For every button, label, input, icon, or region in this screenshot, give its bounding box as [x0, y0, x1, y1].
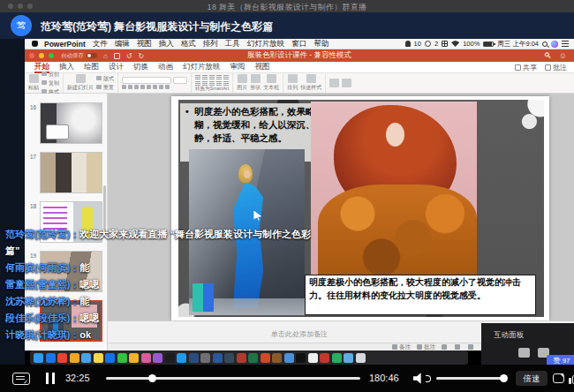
char-spacing-button[interactable] [153, 85, 157, 89]
dock-icon-charts[interactable] [129, 353, 139, 363]
dock-icon-chrome[interactable] [57, 353, 67, 363]
copy-button[interactable]: 复制 [42, 79, 59, 87]
font-name-select[interactable] [122, 77, 171, 84]
reset-button[interactable]: 重置 [96, 84, 114, 92]
volume-slider[interactable] [436, 377, 507, 380]
playlist-notes-icon[interactable] [12, 373, 30, 385]
paste-button[interactable]: 粘贴 [28, 74, 39, 92]
dock-icon-numbers[interactable] [117, 353, 127, 363]
font-size-select[interactable] [173, 77, 187, 84]
slide-caption-textbox[interactable]: 明度差极小的色彩搭配，较大程度的减小了视觉的冲击力。往往用材料的变化拉大明度的视… [305, 275, 536, 315]
dock-icon-app[interactable] [332, 353, 342, 363]
control-center-icon[interactable] [562, 41, 569, 47]
slide-sorter-icon[interactable] [455, 344, 460, 350]
menubar-item[interactable]: 工具 [225, 39, 240, 48]
apple-menu-icon[interactable] [32, 41, 38, 47]
dock-icon-music[interactable] [141, 353, 151, 363]
normal-view-icon[interactable] [442, 344, 447, 350]
progress-handle[interactable] [148, 374, 156, 382]
share-button[interactable]: 共享 [515, 63, 537, 72]
notification-bell-icon[interactable] [405, 41, 411, 47]
pause-button[interactable] [46, 373, 55, 384]
grid-icon[interactable] [442, 41, 448, 47]
menubar-item[interactable]: 插入 [159, 39, 174, 48]
ribbon-tab[interactable]: 插入 [59, 62, 74, 72]
ribbon-tab[interactable]: 切换 [133, 62, 148, 72]
menubar-item[interactable]: 视图 [137, 39, 152, 48]
cut-button[interactable]: 剪切 [42, 71, 59, 79]
dock-icon-trash[interactable] [356, 353, 366, 363]
sensitivity-button[interactable] [342, 79, 351, 87]
comments-button[interactable]: 批注 [545, 63, 567, 72]
dock-icon-mail[interactable] [237, 353, 246, 363]
volume-icon[interactable] [413, 373, 424, 384]
font-color-button[interactable] [159, 85, 163, 89]
dock-icon-preview[interactable] [344, 353, 353, 363]
ribbon-tab[interactable]: 审阅 [230, 62, 245, 72]
menubar-item[interactable]: 窗口 [291, 39, 306, 48]
playback-speed-button[interactable]: 倍速 [516, 371, 548, 386]
ribbon-tab[interactable]: 动画 [158, 62, 173, 72]
menubar-item[interactable]: 编辑 [115, 39, 130, 48]
strikethrough-button[interactable] [140, 85, 145, 89]
bullets-button[interactable] [195, 75, 200, 79]
underline-button[interactable] [134, 85, 139, 89]
bold-button[interactable] [122, 85, 126, 89]
people-icon[interactable] [425, 41, 431, 47]
dock-icon-app[interactable] [284, 353, 294, 363]
thumbs-up-icon[interactable] [569, 373, 574, 384]
italic-button[interactable] [128, 85, 132, 89]
volume-handle[interactable] [500, 374, 508, 382]
dock-icon-terminal[interactable] [224, 353, 234, 363]
dock-icon-camera[interactable] [200, 353, 210, 363]
insert-picture-button[interactable]: 图片 [237, 74, 247, 92]
dock-icon-excel[interactable] [248, 353, 258, 363]
insert-shape-button[interactable]: 形状 [250, 74, 261, 92]
dock-icon-finder[interactable] [34, 353, 43, 363]
indent-button[interactable] [209, 75, 215, 79]
dock-icon-notes[interactable] [94, 353, 103, 363]
dock-icon-keynote[interactable] [105, 353, 115, 363]
editor-button[interactable] [329, 79, 339, 87]
panel-tool-icon[interactable] [518, 348, 530, 358]
ribbon-tab[interactable]: 视图 [255, 62, 270, 72]
dock-icon-app[interactable] [320, 353, 329, 363]
dock-icon-appstore[interactable] [177, 353, 186, 363]
dock-icon-qq[interactable] [296, 353, 306, 363]
text-shadow-button[interactable] [147, 85, 151, 89]
slide-17-thumbnail[interactable] [40, 152, 102, 193]
dock-icon-folder[interactable] [81, 353, 91, 363]
dock-icon-powerpoint[interactable] [261, 353, 270, 363]
progress-bar[interactable] [106, 377, 360, 380]
text-direction-button[interactable] [223, 75, 229, 79]
quick-styles-button[interactable]: 快速样式 [300, 74, 321, 92]
spotlight-search-icon[interactable] [542, 41, 548, 47]
layout-button[interactable]: 版式 [96, 75, 114, 83]
menubar-item[interactable]: 格式 [181, 39, 196, 48]
wifi-icon[interactable] [451, 41, 459, 47]
rotate-screen-icon[interactable] [553, 373, 564, 383]
ribbon-tab[interactable]: 绘图 [84, 62, 99, 72]
dock-icon-app[interactable] [272, 353, 282, 363]
menubar-app-name[interactable]: PowerPoint [44, 40, 86, 49]
slide-16-thumbnail[interactable] [40, 102, 102, 144]
line-spacing-button[interactable] [216, 75, 222, 79]
arrange-button[interactable]: 排列 [287, 74, 298, 92]
dock-icon-photoshop[interactable] [189, 353, 199, 363]
menubar-item[interactable]: 帮助 [313, 39, 329, 48]
portrait-model-photo[interactable] [311, 102, 477, 275]
new-slide-button[interactable]: 新建幻灯片 [67, 74, 94, 92]
menubar-item[interactable]: 幻灯片放映 [247, 39, 285, 48]
highlight-button[interactable] [165, 85, 170, 89]
dock-icon-safari[interactable] [46, 353, 56, 363]
streamer-avatar[interactable]: 莺 [11, 15, 32, 36]
dock-icon-tv[interactable] [165, 353, 175, 363]
slideshow-icon[interactable] [468, 344, 473, 350]
smartart-button[interactable]: 转换为SmartArt [195, 86, 229, 91]
numbering-button[interactable] [202, 75, 208, 79]
dock-icon-podcasts[interactable] [153, 353, 162, 363]
dock-icon-app[interactable] [70, 353, 79, 363]
insert-textbox-button[interactable]: 文本框 [263, 74, 279, 92]
menubar-clock[interactable]: 周三 上午9:04 [497, 40, 539, 49]
dock-icon-word[interactable] [213, 353, 223, 363]
